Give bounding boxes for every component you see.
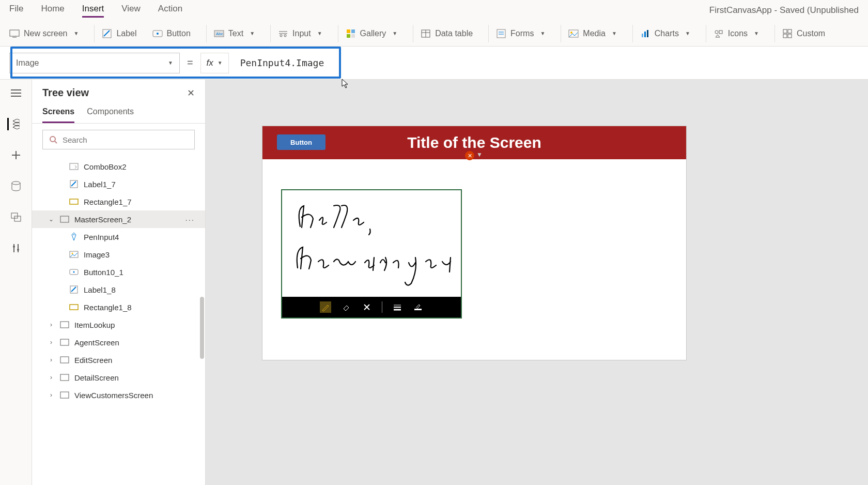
ribbon-input-label: Input (292, 29, 311, 38)
fx-button[interactable]: fx ▼ (200, 53, 229, 73)
ribbon-data-table[interactable]: Data table (413, 25, 480, 42)
ribbon-input[interactable]: Input ▼ (270, 25, 330, 42)
label-icon (69, 179, 79, 189)
svg-rect-58 (60, 339, 69, 345)
tools-icon[interactable] (10, 242, 22, 254)
property-selector[interactable]: Image ▼ (9, 53, 180, 73)
expand-icon[interactable]: › (48, 321, 55, 328)
svg-point-4 (157, 33, 159, 35)
menu-insert[interactable]: Insert (82, 4, 104, 18)
hamburger-icon[interactable] (10, 87, 22, 99)
tree-item-itemlookup[interactable]: ›ItemLookup (32, 316, 205, 334)
pen-input-control[interactable] (281, 189, 462, 319)
pen-color-icon[interactable] (412, 301, 424, 313)
canvas-screen[interactable]: Button Title of the Screen ✕ ▼ (262, 126, 686, 360)
canvas-area[interactable]: Button Title of the Screen ✕ ▼ (206, 80, 868, 485)
ribbon: New screen ▼ Label Button Abc Text ▼ Inp… (0, 21, 868, 47)
expand-icon[interactable]: › (48, 391, 55, 399)
gallery-icon (346, 28, 356, 39)
tree-title: Tree view (42, 87, 89, 99)
tree-item-rectangle1_8[interactable]: Rectangle1_8 (32, 298, 205, 316)
ribbon-gallery[interactable]: Gallery ▼ (338, 25, 405, 42)
svg-rect-46 (70, 163, 78, 170)
tree-item-label: DetailScreen (74, 373, 119, 382)
tree-item-label: AgentScreen (74, 338, 119, 347)
pen-draw-icon[interactable] (320, 301, 331, 313)
ribbon-icons[interactable]: Icons ▼ (706, 25, 766, 42)
screen-icon (9, 28, 20, 39)
menu-action[interactable]: Action (158, 4, 182, 18)
menu-home[interactable]: Home (41, 4, 64, 18)
svg-point-52 (72, 253, 73, 254)
screen-icon (60, 355, 69, 365)
app-title: FirstCanvasApp - Saved (Unpublished (709, 5, 859, 16)
tree-item-detailscreen[interactable]: ›DetailScreen (32, 369, 205, 386)
input-icon (278, 28, 288, 39)
media-panel-icon[interactable] (10, 211, 22, 223)
close-icon[interactable]: ✕ (187, 87, 195, 99)
more-icon[interactable]: ··· (185, 215, 195, 224)
error-badge-icon[interactable]: ✕ (465, 151, 474, 160)
tree-item-label: Rectangle1_7 (84, 198, 132, 206)
search-icon (49, 135, 57, 144)
tab-components[interactable]: Components (87, 104, 134, 123)
tree-item-label: EditScreen (74, 356, 112, 365)
svg-rect-18 (497, 29, 505, 38)
pen-lineweight-icon[interactable] (392, 301, 403, 313)
tree-view-icon[interactable] (7, 118, 20, 130)
ribbon-data-table-label: Data table (435, 29, 473, 38)
menu-file[interactable]: File (9, 4, 23, 18)
tree-scrollbar[interactable] (200, 297, 204, 359)
chevron-down-icon[interactable]: ▼ (476, 151, 483, 158)
tree-item-image3[interactable]: Image3 (32, 246, 205, 263)
tree-item-label: Label1_8 (84, 285, 116, 294)
ribbon-media[interactable]: Media ▼ (561, 25, 624, 42)
tree-item-label1_7[interactable]: Label1_7 (32, 175, 205, 193)
button-icon (69, 267, 79, 277)
svg-point-26 (715, 31, 718, 34)
tree-item-label: Image3 (84, 250, 110, 259)
ribbon-label-btn[interactable]: Label (116, 29, 136, 38)
expand-icon[interactable]: ⌄ (48, 216, 55, 223)
expand-icon[interactable]: › (48, 356, 55, 363)
tree-item-editscreen[interactable]: ›EditScreen (32, 351, 205, 369)
svg-rect-11 (347, 29, 350, 33)
tree-item-rectangle1_7[interactable]: Rectangle1_7 (32, 193, 205, 210)
pen-canvas[interactable] (282, 190, 461, 297)
tree-item-peninput4[interactable]: PenInput4 (32, 228, 205, 246)
search-box[interactable] (42, 130, 195, 149)
tab-screens[interactable]: Screens (42, 104, 74, 123)
chevron-down-icon: ▼ (317, 31, 322, 36)
tree-list: ComboBox2Label1_7Rectangle1_7⌄MasterScre… (32, 156, 205, 485)
pen-erase-icon[interactable] (340, 301, 352, 313)
tree-item-masterscreen_2[interactable]: ⌄MasterScreen_2··· (32, 210, 205, 228)
tree-item-label1_8[interactable]: Label1_8 (32, 281, 205, 298)
ribbon-charts[interactable]: Charts ▼ (632, 25, 698, 42)
add-icon[interactable] (10, 149, 22, 161)
menu-view[interactable]: View (121, 4, 141, 18)
data-icon[interactable] (10, 180, 22, 192)
tree-item-viewcustomersscreen[interactable]: ›ViewCustomersScreen (32, 386, 205, 404)
ribbon-forms[interactable]: Forms ▼ (488, 25, 552, 42)
search-input[interactable] (63, 135, 188, 144)
svg-point-10 (284, 35, 286, 37)
svg-rect-13 (347, 34, 350, 38)
tree-item-combobox2[interactable]: ComboBox2 (32, 158, 205, 175)
formula-input[interactable] (236, 53, 364, 73)
tree-item-button10_1[interactable]: Button10_1 (32, 263, 205, 281)
ribbon-button-btn[interactable]: Button (167, 29, 191, 38)
chevron-down-icon: ▼ (754, 31, 759, 36)
header-button[interactable]: Button (277, 134, 326, 150)
expand-icon[interactable]: › (48, 339, 55, 346)
tree-item-agentscreen[interactable]: ›AgentScreen (32, 334, 205, 351)
svg-rect-30 (783, 34, 787, 38)
ribbon-text[interactable]: Abc Text ▼ (206, 25, 262, 42)
screen-header[interactable]: Button Title of the Screen ✕ ▼ (262, 126, 686, 159)
expand-icon[interactable]: › (48, 374, 55, 381)
label-icon (69, 285, 79, 294)
ribbon-new-screen[interactable]: New screen ▼ (9, 25, 86, 42)
ribbon-custom[interactable]: Custom (774, 25, 832, 42)
svg-rect-57 (60, 322, 69, 328)
chevron-down-icon: ▼ (685, 31, 690, 36)
pen-clear-icon[interactable] (361, 301, 373, 313)
